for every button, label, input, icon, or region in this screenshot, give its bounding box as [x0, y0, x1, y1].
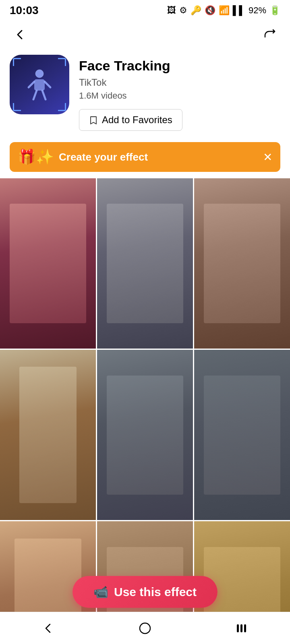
status-bar: 10:03 🖼 ⚙ 🔑 🔇 📶 ▌▌ 92% 🔋 [0, 0, 290, 19]
home-circle-icon [138, 621, 152, 636]
gift-icon: 🎁✨ [18, 149, 54, 165]
video-cell-3[interactable] [194, 178, 290, 349]
top-navigation [0, 19, 290, 52]
share-button[interactable] [259, 24, 280, 45]
effect-videos-count: 1.6M videos [79, 91, 182, 101]
effect-icon [10, 55, 69, 114]
svg-point-0 [35, 70, 44, 78]
back-chevron-icon [41, 621, 56, 636]
banner-content: 🎁✨ Create your effect [18, 149, 148, 165]
bookmark-icon [89, 116, 98, 124]
svg-line-2 [29, 82, 34, 87]
key-icon: 🔑 [191, 5, 201, 16]
menu-lines-icon [234, 621, 249, 636]
use-effect-button[interactable]: 📹 Use this effect [72, 576, 218, 608]
svg-rect-1 [34, 79, 45, 91]
svg-rect-7 [237, 624, 239, 632]
video-cell-2[interactable] [97, 178, 193, 349]
svg-point-6 [140, 623, 150, 634]
video-cell-6[interactable] [194, 350, 290, 520]
svg-line-5 [42, 91, 46, 99]
svg-line-4 [33, 91, 37, 99]
add-favorites-label: Add to Favorites [102, 114, 172, 126]
battery-icon: 🔋 [269, 5, 280, 16]
effect-header: Face Tracking TikTok 1.6M videos Add to … [0, 52, 290, 139]
svg-rect-8 [240, 624, 242, 632]
back-button[interactable] [10, 24, 31, 45]
battery-text: 92% [249, 5, 266, 16]
mute-icon: 🔇 [205, 5, 215, 16]
svg-rect-9 [244, 624, 246, 632]
create-effect-banner[interactable]: 🎁✨ Create your effect ✕ [10, 142, 280, 172]
status-icons: 🖼 ⚙ 🔑 🔇 📶 ▌▌ 92% 🔋 [167, 5, 280, 16]
add-favorites-button[interactable]: Add to Favorites [79, 109, 182, 131]
use-effect-label: Use this effect [114, 585, 197, 599]
camera-icon: 📹 [93, 585, 108, 599]
video-cell-4[interactable] [0, 350, 96, 520]
settings-icon: ⚙ [179, 5, 187, 16]
gallery-icon: 🖼 [167, 5, 176, 16]
status-time: 10:03 [10, 4, 39, 17]
nav-menu-button[interactable] [226, 616, 258, 640]
bottom-navigation [0, 612, 290, 644]
video-cell-5[interactable] [97, 350, 193, 520]
video-cell-1[interactable] [0, 178, 96, 349]
banner-text: Create your effect [59, 151, 148, 163]
signal-icon: ▌▌ [233, 5, 245, 16]
effect-icon-inner [25, 66, 54, 103]
wifi-icon: 📶 [219, 5, 230, 16]
effect-creator: TikTok [79, 77, 182, 88]
nav-home-button[interactable] [129, 616, 161, 640]
effect-info: Face Tracking TikTok 1.6M videos Add to … [79, 55, 182, 131]
banner-close-button[interactable]: ✕ [263, 151, 272, 164]
svg-line-3 [45, 82, 50, 87]
nav-back-button[interactable] [32, 616, 64, 640]
effect-title: Face Tracking [79, 58, 182, 74]
video-grid [0, 178, 290, 644]
